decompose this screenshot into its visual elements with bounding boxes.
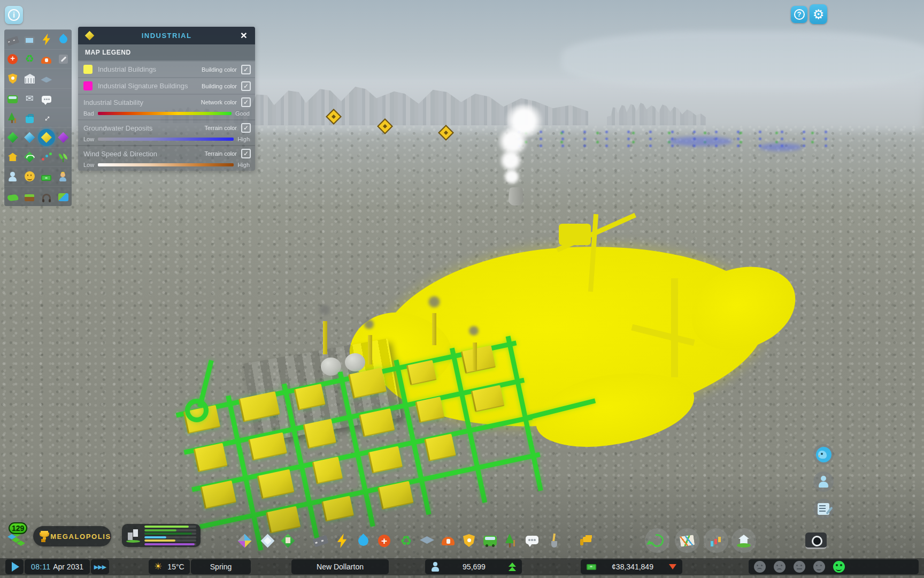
toolbar-communications[interactable] xyxy=(525,534,540,548)
speed-controls[interactable]: ▶▶▶ xyxy=(91,559,109,574)
toolbar-health-deathcare[interactable] xyxy=(377,534,391,548)
infoview-transportation[interactable] xyxy=(4,89,21,108)
demand-bar-residential-low xyxy=(144,526,196,528)
checkbox[interactable]: ✓ xyxy=(241,123,251,133)
toolbar-zones[interactable] xyxy=(237,534,252,548)
toolbar-transportation[interactable] xyxy=(483,534,497,548)
toolbar-education-research[interactable] xyxy=(420,534,434,548)
infoview-garbage[interactable]: ♻ xyxy=(21,49,38,69)
droplet-icon xyxy=(356,534,371,548)
happy-face-icon xyxy=(833,561,845,573)
infoview-electricity[interactable] xyxy=(38,30,55,49)
infoview-noise-pollution[interactable] xyxy=(38,187,55,206)
infoview-maintenance[interactable] xyxy=(55,49,72,69)
city-name: New Dollarton xyxy=(317,562,364,571)
toolbar-garbage[interactable]: ♻ xyxy=(399,534,413,548)
infoview-telecom[interactable] xyxy=(38,89,55,108)
checkbox[interactable]: ✓ xyxy=(241,97,251,107)
toolbar-fire-rescue[interactable] xyxy=(441,534,456,548)
play-pause-button[interactable] xyxy=(5,559,24,574)
infoview-electronics[interactable] xyxy=(21,30,38,49)
infoview-land-value[interactable] xyxy=(21,187,38,206)
infoview-economy[interactable] xyxy=(38,167,55,186)
infoview-administration[interactable] xyxy=(21,69,38,88)
infoview-population[interactable] xyxy=(4,167,21,186)
bar-chart-icon xyxy=(709,534,723,548)
toolbar-economy-icon[interactable] xyxy=(650,534,665,548)
help-button[interactable]: ? xyxy=(791,6,807,23)
money-display[interactable]: ¢38,341,849 xyxy=(581,559,682,574)
clock-time: 08:11 xyxy=(31,562,51,571)
toolbar-electricity[interactable] xyxy=(335,534,349,548)
checkbox[interactable]: ✓ xyxy=(241,149,251,158)
areas-icon xyxy=(281,534,295,548)
chirper-bird-icon xyxy=(816,447,831,462)
city-name-display[interactable]: New Dollarton xyxy=(291,559,389,574)
settings-button[interactable]: ⚙ xyxy=(810,4,827,24)
info-icon: i xyxy=(8,9,20,21)
weather-display[interactable]: ☀ 15°C xyxy=(149,559,190,574)
time-date-display[interactable]: 08:11 Apr 2031 xyxy=(25,559,90,574)
smiley-icon xyxy=(25,171,35,181)
infoview-terrain[interactable] xyxy=(4,128,21,147)
legend-row-industrial-buildings: Industrial Buildings Building color ✓ xyxy=(78,62,255,77)
toolbar-bulldozer[interactable] xyxy=(580,534,595,548)
toolbar-water-sewage[interactable] xyxy=(356,534,371,548)
infoview-water[interactable] xyxy=(55,30,72,49)
infoview-zones[interactable] xyxy=(55,128,72,147)
graduation-cap-icon xyxy=(420,536,434,544)
infoview-police[interactable] xyxy=(4,69,21,88)
chirper-button[interactable] xyxy=(813,444,834,465)
toolbar-signature-buildings[interactable] xyxy=(260,534,275,548)
toolbar-landscaping[interactable] xyxy=(546,534,561,548)
infoview-tourism[interactable] xyxy=(21,108,38,127)
toolbar-police-administration[interactable] xyxy=(462,534,476,548)
demand-panel[interactable] xyxy=(122,524,201,547)
infoview-agriculture[interactable] xyxy=(55,147,72,166)
infoview-post[interactable]: ✉ xyxy=(21,89,38,108)
infoview-land[interactable]: ↔ xyxy=(38,108,55,127)
infoview-workplaces[interactable] xyxy=(55,167,72,186)
infoview-water-pollution[interactable] xyxy=(55,187,72,206)
journal-button[interactable] xyxy=(813,499,834,519)
infoview-map-routes[interactable] xyxy=(21,147,38,166)
infoviews-button[interactable]: i xyxy=(5,6,23,24)
checkbox[interactable]: ✓ xyxy=(241,65,251,74)
recycle-icon: ♻ xyxy=(24,53,35,65)
happiness-display[interactable] xyxy=(749,559,919,574)
decrease-arrow-icon xyxy=(669,564,676,569)
money-cycle-icon xyxy=(649,532,666,550)
season-display[interactable]: Spring xyxy=(191,559,251,574)
infoview-roads[interactable] xyxy=(4,30,21,49)
toolbar-city-info-icon[interactable] xyxy=(737,534,751,548)
toolbar-statistics-icon[interactable] xyxy=(709,534,723,548)
infoview-residential[interactable] xyxy=(4,147,21,166)
infoviews-sidebar: ♻ ✉ ↔ xyxy=(4,29,72,206)
toolbar-areas[interactable] xyxy=(281,534,295,548)
fire-helmet-icon xyxy=(442,537,455,545)
infoview-parks[interactable] xyxy=(4,108,21,127)
close-icon[interactable]: × xyxy=(237,28,251,42)
infoview-fire[interactable] xyxy=(38,49,55,69)
infoview-water-map[interactable] xyxy=(21,128,38,147)
map-tiles-count-badge[interactable]: 129 xyxy=(9,522,27,534)
toolbar-map-icon[interactable] xyxy=(680,534,695,548)
infoview-industrial[interactable] xyxy=(38,128,55,147)
milestone-pill[interactable]: MEGALOPOLIS xyxy=(33,526,111,546)
city-icon xyxy=(126,528,141,543)
population-display[interactable]: 95,699 xyxy=(425,559,522,574)
infoview-education[interactable] xyxy=(38,69,55,88)
infoview-healthcare[interactable] xyxy=(4,49,21,69)
infoview-happiness[interactable] xyxy=(21,167,38,186)
toolbar-roads[interactable] xyxy=(313,534,328,548)
pollution-icon xyxy=(7,194,18,202)
scale-max-label: High xyxy=(237,136,250,142)
photo-mode-button[interactable] xyxy=(805,533,827,549)
demand-bar-industrial xyxy=(144,539,196,542)
infoview-ground-pollution[interactable] xyxy=(4,187,21,206)
checkbox[interactable]: ✓ xyxy=(241,81,251,91)
citizens-button[interactable] xyxy=(813,471,834,492)
zones-icon xyxy=(57,132,69,143)
toolbar-parks-recreation[interactable] xyxy=(504,534,519,548)
infoview-statistics[interactable] xyxy=(38,147,55,166)
